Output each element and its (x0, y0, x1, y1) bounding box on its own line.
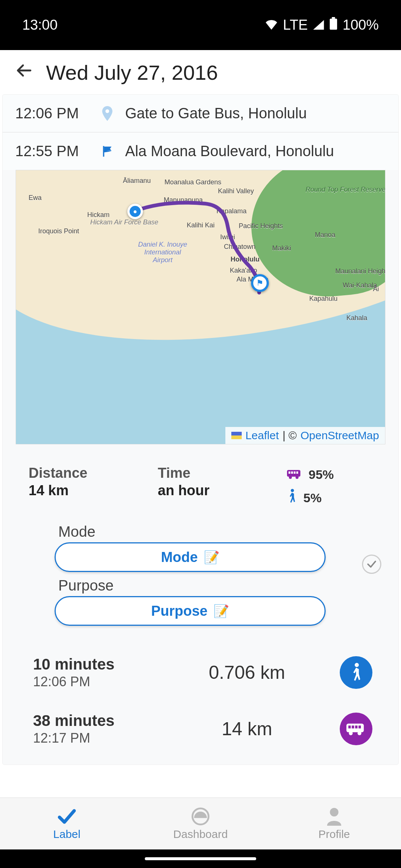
tab-dashboard-text: Dashboard (173, 828, 228, 841)
map-start-marker-icon[interactable] (127, 204, 143, 219)
svg-point-6 (296, 476, 299, 479)
nav-pill-icon[interactable] (145, 857, 256, 860)
svg-rect-16 (348, 726, 351, 729)
map-route (90, 185, 320, 289)
mode-field-label: Mode (58, 523, 365, 540)
leaflet-link[interactable]: Leaflet (245, 429, 279, 442)
start-place: Gate to Gate Bus, Honolulu (125, 105, 307, 122)
verify-check-icon[interactable] (362, 555, 381, 574)
time-metric: Time an hour (158, 465, 280, 507)
tab-dashboard[interactable]: Dashboard (134, 798, 267, 849)
leg-duration: 38 minutes (33, 712, 156, 730)
ukraine-flag-icon (231, 432, 242, 439)
mode-percentages: 95% 5% (287, 465, 372, 507)
svg-rect-8 (291, 471, 293, 474)
distance-label: Distance (29, 465, 150, 481)
status-right: LTE 100% (265, 17, 379, 33)
mode-button[interactable]: Mode 📝 (55, 542, 326, 572)
profile-icon (326, 807, 343, 826)
walk-icon (287, 489, 297, 507)
svg-point-15 (358, 731, 361, 735)
svg-point-11 (291, 489, 294, 492)
leg-start-time: 12:06 PM (33, 674, 156, 690)
tab-profile[interactable]: Profile (267, 798, 401, 849)
svg-rect-18 (355, 726, 358, 729)
place-maunalani: Maunalani Heights (335, 267, 385, 275)
android-nav-bar (0, 849, 401, 868)
map-attribution: Leaflet | © OpenStreetMap (225, 427, 385, 444)
check-icon (57, 807, 77, 826)
svg-rect-10 (296, 471, 298, 474)
header: Wed July 27, 2016 (0, 50, 401, 94)
osm-link[interactable]: OpenStreetMap (300, 429, 379, 442)
back-arrow-icon[interactable] (15, 62, 33, 83)
distance-metric: Distance 14 km (29, 465, 150, 507)
walk-pct: 5% (303, 491, 322, 505)
status-time: 13:00 (22, 17, 58, 33)
place-iroquois: Iroquois Point (38, 227, 79, 235)
bus-pct-row: 95% (287, 467, 334, 482)
place-kahala: Kahala (346, 314, 367, 322)
svg-point-5 (289, 476, 292, 479)
map[interactable]: Āliamanu Moanalua Gardens Kalihi Valley … (16, 170, 385, 444)
bus-badge-icon (340, 713, 372, 745)
pencil-icon: 📝 (204, 550, 219, 565)
signal-icon (313, 17, 324, 33)
svg-point-2 (105, 109, 109, 113)
leg-distance: 14 km (222, 719, 272, 739)
leg-duration: 10 minutes (33, 655, 156, 673)
label-section: Mode Mode 📝 Purpose Purpose 📝 (3, 514, 398, 629)
bus-icon (287, 467, 302, 482)
tab-profile-text: Profile (318, 828, 350, 841)
trip-start-row: 12:06 PM Gate to Gate Bus, Honolulu (3, 95, 398, 132)
gauge-icon (191, 807, 210, 826)
svg-rect-19 (359, 726, 361, 729)
time-label: Time (158, 465, 280, 481)
battery-pct: 100% (343, 17, 379, 33)
walk-badge-icon (340, 656, 372, 689)
svg-rect-17 (352, 726, 354, 729)
end-place: Ala Moana Boulevard, Honolulu (125, 143, 334, 160)
network-type: LTE (283, 17, 308, 33)
time-value: an hour (158, 483, 280, 499)
status-bar: 13:00 LTE 100% (0, 0, 401, 50)
bus-pct: 95% (309, 467, 334, 482)
purpose-button-text: Purpose (151, 603, 208, 619)
attr-separator: | © (283, 429, 297, 442)
end-time: 12:55 PM (15, 143, 89, 160)
leg-distance: 0.706 km (209, 662, 285, 683)
place-kapahulu: Kapahulu (309, 295, 338, 303)
mode-button-text: Mode (161, 549, 198, 565)
svg-point-12 (355, 663, 359, 667)
svg-rect-1 (330, 19, 337, 30)
tab-label-text: Label (53, 828, 80, 841)
map-end-marker-icon[interactable]: ⚑ (251, 274, 269, 292)
leg-row[interactable]: 10 minutes 12:06 PM 0.706 km (3, 644, 398, 701)
svg-rect-9 (294, 471, 296, 474)
svg-rect-3 (103, 146, 104, 156)
svg-point-14 (349, 731, 353, 735)
place-aina: 'Āi (372, 285, 379, 293)
bottom-tabs: Label Dashboard Profile (0, 798, 401, 849)
start-pin-icon (101, 106, 114, 121)
purpose-button[interactable]: Purpose 📝 (55, 596, 326, 626)
metrics-row: Distance 14 km Time an hour 95% 5% (3, 446, 398, 514)
svg-rect-7 (288, 471, 290, 474)
place-aliamanu: Āliamanu (123, 177, 151, 185)
pencil-icon: 📝 (213, 604, 229, 618)
svg-point-21 (330, 808, 339, 816)
walk-pct-row: 5% (287, 489, 322, 507)
leg-row[interactable]: 38 minutes 12:17 PM 14 km (3, 701, 398, 757)
place-ewa: Ewa (29, 194, 42, 202)
page-title: Wed July 27, 2016 (46, 60, 218, 85)
tab-label[interactable]: Label (0, 798, 134, 849)
trip-end-row: 12:55 PM Ala Moana Boulevard, Honolulu (3, 132, 398, 170)
leg-start-time: 12:17 PM (33, 730, 156, 746)
svg-rect-0 (332, 17, 335, 19)
distance-value: 14 km (29, 483, 150, 499)
trip-card: 12:06 PM Gate to Gate Bus, Honolulu 12:5… (2, 94, 399, 765)
purpose-field-label: Purpose (58, 577, 365, 594)
start-time: 12:06 PM (15, 105, 89, 122)
wifi-icon (265, 17, 278, 33)
battery-icon (329, 17, 338, 33)
